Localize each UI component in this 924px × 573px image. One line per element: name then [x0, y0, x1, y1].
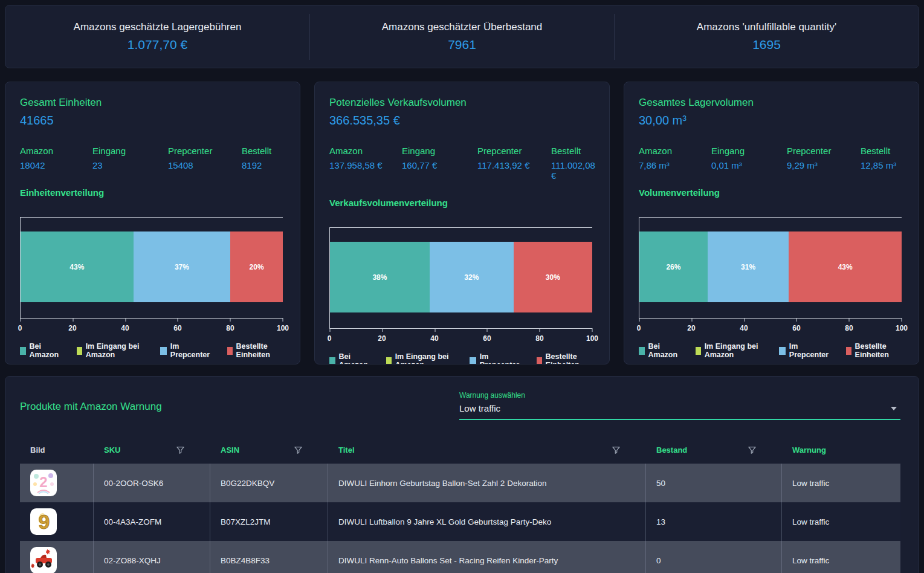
axis-labels: 0 20 40 60 80 100: [20, 324, 283, 334]
svg-text:9: 9: [39, 510, 50, 533]
kpi-strip: Amazons geschätzte Lagergebühren 1.077,7…: [5, 5, 919, 68]
bestand-cell: 50: [646, 464, 782, 502]
axis-tick: [125, 318, 126, 322]
card-title: Potenzielles Verkaufsvolumen: [329, 97, 592, 109]
bestand-cell: 13: [646, 502, 782, 541]
legend-bestellte-einheiten[interactable]: Bestellte Einheiten: [537, 352, 592, 364]
legend-im-eingang[interactable]: Im Eingang bei Amazon: [696, 342, 764, 359]
legend-swatch: [77, 347, 82, 355]
warnung-cell: Low traffic: [782, 502, 900, 541]
column-header-asin: ASIN: [210, 445, 328, 455]
axis-tick: [639, 318, 640, 322]
axis-tick: [330, 328, 331, 332]
titel-cell: DIWULI Renn-Auto Ballons Set - Racing Re…: [328, 541, 646, 573]
kpi-value: 1.077,70 €: [128, 37, 187, 52]
legend-im-eingang[interactable]: Im Eingang bei Amazon: [386, 352, 454, 364]
stacked-bar-chart: 26% 31% 43%: [639, 217, 902, 319]
stat-prepcenter: Prepcenter117.413,92 €: [477, 146, 551, 181]
filter-icon[interactable]: [294, 445, 303, 455]
kpi-title: Amazons geschätzter Überbestand: [382, 21, 543, 33]
table-row[interactable]: 2 00-2OOR-OSK6 B0G22DKBQV DIWULI Einhorn…: [20, 464, 900, 502]
stat-eingang: Eingang160,77 €: [402, 146, 477, 181]
warning-select[interactable]: Warnung auswählen Low traffic: [459, 391, 900, 420]
axis-tick: [487, 328, 488, 332]
column-header-titel: Titel: [328, 445, 646, 455]
legend-swatch: [20, 347, 26, 355]
card-lagervolumen: Gesamtes Lagervolumen 30,00 m³ Amazon7,8…: [624, 82, 919, 364]
kpi-value: 1695: [752, 37, 781, 52]
axis-tick: [902, 318, 902, 322]
card-verkaufsvolumen: Potenzielles Verkaufsvolumen 366.535,35 …: [314, 82, 610, 364]
chart-title: Verkaufsvolumenverteilung: [329, 198, 592, 208]
legend-bestellte-einheiten[interactable]: Bestellte Einheiten: [227, 342, 283, 359]
legend-im-prepcenter[interactable]: Im Prepcenter: [160, 342, 211, 359]
axis-labels: 0 20 40 60 80 100: [329, 334, 592, 344]
legend-bei-amazon[interactable]: Bei Amazon: [329, 352, 370, 364]
column-header-warnung: Warnung: [782, 445, 900, 455]
axis-tick: [691, 318, 692, 322]
section-title: Produkte mit Amazon Warnung: [20, 401, 162, 413]
titel-cell: DIWULI Luftballon 9 Jahre XL Gold Geburt…: [328, 502, 646, 541]
stacked-bar: 38% 32% 30%: [330, 242, 592, 312]
axis-tick: [230, 318, 231, 322]
card-value: 30,00 m³: [639, 114, 902, 128]
card-value: 41665: [20, 114, 283, 128]
legend-swatch: [779, 347, 786, 355]
axis-tick: [849, 318, 850, 322]
axis-labels: 0 20 40 60 80 100: [639, 324, 902, 334]
axis-tick: [796, 318, 797, 322]
legend-bei-amazon[interactable]: Bei Amazon: [639, 342, 680, 359]
stats-row: Amazon7,86 m³ Eingang0,01 m³ Prepcenter9…: [639, 146, 902, 170]
filter-icon[interactable]: [748, 445, 757, 455]
stat-bestellt: Bestellt8192: [242, 146, 283, 170]
legend-im-eingang[interactable]: Im Eingang bei Amazon: [77, 342, 145, 359]
chart-title: Einheitenverteilung: [20, 187, 283, 198]
card-title: Gesamtes Lagervolumen: [639, 97, 902, 109]
bar-segment-bestellt: 30%: [514, 242, 592, 312]
stat-amazon: Amazon7,86 m³: [639, 146, 711, 170]
stat-cards-row: Gesamt Einheiten 41665 Amazon18042 Einga…: [5, 82, 919, 364]
axis-tick: [435, 328, 435, 332]
stat-eingang: Eingang23: [92, 146, 168, 170]
stats-row: Amazon18042 Eingang23 Prepcenter15408 Be…: [20, 146, 283, 170]
legend-bestellte-einheiten[interactable]: Bestellte Einheiten: [846, 342, 902, 359]
stat-eingang: Eingang0,01 m³: [711, 146, 787, 170]
legend-bei-amazon[interactable]: Bei Amazon: [20, 342, 61, 359]
kpi-value: 7961: [448, 37, 476, 52]
kpi-title: Amazons geschätzte Lagergebühren: [74, 21, 242, 33]
product-image-cell: 2: [20, 464, 94, 502]
product-image-race-car-balloon-set: [30, 547, 57, 573]
select-label: Warnung auswählen: [459, 391, 900, 400]
axis-tick: [21, 318, 21, 322]
legend-swatch: [537, 357, 542, 365]
product-image-gold-9-balloon: 9: [30, 508, 57, 535]
product-image-unicorn-balloon-set: 2: [30, 470, 57, 496]
stacked-bar: 43% 37% 20%: [21, 231, 283, 302]
chart-legend: Bei Amazon Im Eingang bei Amazon Im Prep…: [20, 342, 283, 359]
axis-tick: [73, 318, 73, 322]
bar-segment-bestellt: 43%: [789, 231, 902, 302]
axis-tick: [382, 328, 383, 332]
sku-cell: 00-2OOR-OSK6: [94, 464, 210, 502]
bar-segment-bei-amazon: 26%: [639, 231, 708, 302]
bar-segment-prepcenter: 31%: [708, 231, 789, 302]
legend-im-prepcenter[interactable]: Im Prepcenter: [470, 352, 520, 364]
filter-icon[interactable]: [176, 445, 185, 455]
axis-tick: [283, 318, 283, 322]
svg-text:2: 2: [39, 474, 47, 490]
kpi-lagergebuehren: Amazons geschätzte Lagergebühren 1.077,7…: [5, 5, 309, 68]
table-row[interactable]: 02-ZO88-XQHJ B0BZ4B8F33 DIWULI Renn-Auto…: [20, 541, 900, 573]
warnung-cell: Low traffic: [782, 464, 900, 502]
chart-legend: Bei Amazon Im Eingang bei Amazon Im Prep…: [329, 352, 592, 364]
axis-tick: [592, 328, 593, 332]
kpi-title: Amazons 'unfulfillable quantity': [697, 21, 836, 33]
legend-swatch: [160, 347, 167, 355]
bar-segment-bei-amazon: 38%: [330, 242, 430, 312]
bar-segment-prepcenter: 32%: [430, 242, 514, 312]
chart-title: Volumenverteilung: [639, 187, 902, 198]
card-gesamt-einheiten: Gesamt Einheiten 41665 Amazon18042 Einga…: [5, 82, 300, 364]
table-row[interactable]: 9 00-4A3A-ZOFM B07XZL2JTM DIWULI Luftbal…: [20, 502, 900, 541]
legend-im-prepcenter[interactable]: Im Prepcenter: [779, 342, 830, 359]
filter-icon[interactable]: [612, 445, 621, 455]
stacked-bar: 26% 31% 43%: [639, 231, 902, 302]
